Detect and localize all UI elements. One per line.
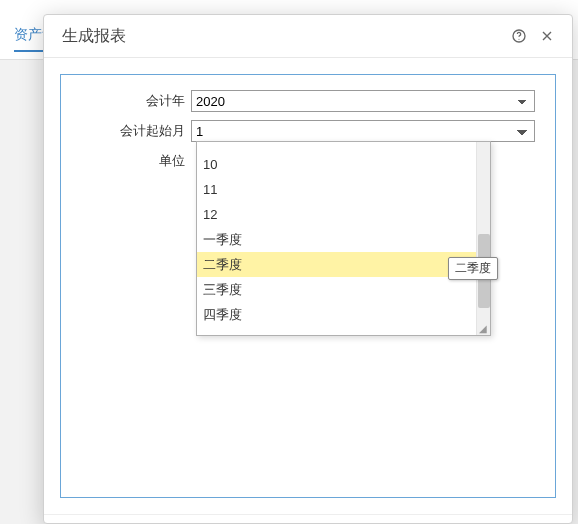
select-year[interactable]: 2020 [191,90,535,112]
dropdown-item-cut[interactable] [197,142,476,152]
dropdown-tooltip: 二季度 [448,257,498,280]
form-panel: 会计年 2020 会计起始月 1 单位 10 11 12 [60,74,556,498]
svg-point-1 [518,39,519,40]
dropdown-scroll-area: 10 11 12 一季度 二季度 三季度 四季度 [197,142,476,335]
label-unit: 单位 [81,152,191,170]
dropdown-scrollbar[interactable]: ◢ [476,142,490,335]
dialog-body: 会计年 2020 会计起始月 1 单位 10 11 12 [44,58,572,514]
start-month-dropdown[interactable]: 10 11 12 一季度 二季度 三季度 四季度 ◢ [196,141,491,336]
list-item[interactable]: 12 [197,202,476,227]
list-item[interactable]: 10 [197,152,476,177]
generate-report-dialog: 生成报表 会计年 2020 会计起始月 [43,14,573,524]
dialog-title: 生成报表 [62,26,502,47]
resize-grip-icon[interactable]: ◢ [479,324,489,334]
list-item-highlighted[interactable]: 二季度 [197,252,476,277]
row-start-month: 会计起始月 1 [81,119,535,143]
select-start-month[interactable]: 1 [191,120,535,142]
dialog-footer: 确定 取消 [44,514,572,524]
label-start-month: 会计起始月 [81,122,191,140]
list-item[interactable]: 11 [197,177,476,202]
label-year: 会计年 [81,92,191,110]
list-item[interactable]: 三季度 [197,277,476,302]
row-year: 会计年 2020 [81,89,535,113]
help-icon[interactable] [508,25,530,47]
list-item[interactable]: 四季度 [197,302,476,327]
dialog-header: 生成报表 [44,15,572,58]
close-icon[interactable] [536,25,558,47]
list-item[interactable]: 一季度 [197,227,476,252]
